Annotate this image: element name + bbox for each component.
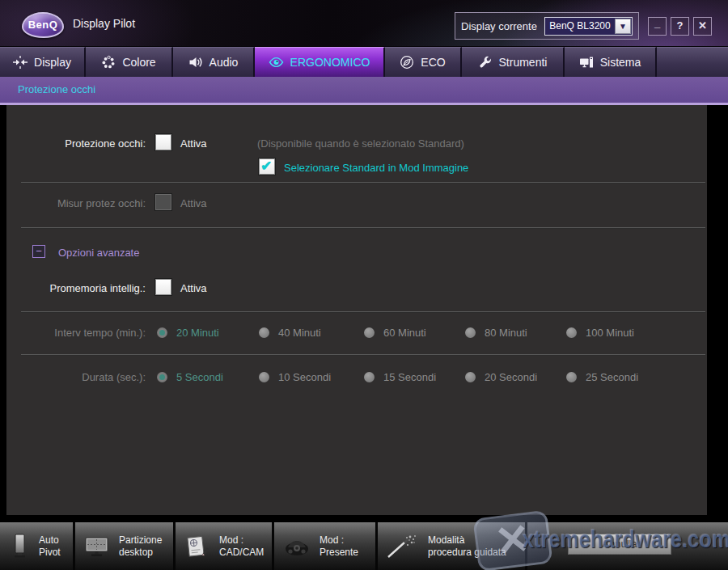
duration-option[interactable]: 5 Secondi <box>176 371 223 383</box>
duration-radio[interactable] <box>465 372 476 382</box>
duration-radio[interactable] <box>364 372 375 382</box>
reminder-checkbox-label: Attiva <box>180 282 207 294</box>
divider <box>21 182 705 184</box>
desktop-partition-button[interactable]: Partizionedesktop <box>75 522 176 570</box>
interval-option[interactable]: 40 Minuti <box>278 327 321 339</box>
tab-label: Strumenti <box>499 56 548 69</box>
tab-label: ERGONOMICO <box>290 56 370 69</box>
cancel-button[interactable]: Annulla <box>568 534 671 555</box>
interval-label: Interv tempo (min.): <box>6 327 146 339</box>
divider <box>21 311 705 313</box>
tab-display[interactable]: Display <box>0 47 86 77</box>
presentation-icon <box>281 532 312 561</box>
compress-arrows-icon <box>13 55 28 70</box>
section-header: Protezione occhi <box>0 77 728 105</box>
benq-logo: BenQ <box>22 12 64 38</box>
reminder-checkbox[interactable] <box>155 279 171 295</box>
app-window: BenQ Display Pilot Display corrente BenQ… <box>0 0 728 570</box>
color-dots-icon <box>101 55 116 70</box>
auto-pivot-icon <box>7 532 32 561</box>
measure-checkbox-label: Attiva <box>180 197 207 209</box>
tab-label: ECO <box>421 56 445 69</box>
presentation-mode-button[interactable]: Mod :Presente <box>274 522 378 570</box>
settings-panel: Protezione occhi: Attiva (Disponibile qu… <box>6 105 707 515</box>
toolbar-actions-area: Annulla <box>527 522 728 570</box>
desktop-partition-icon <box>83 532 112 561</box>
interval-radio[interactable] <box>157 327 167 338</box>
duration-label: Durata (sec.): <box>6 371 146 383</box>
magic-wand-icon <box>385 532 421 561</box>
reminder-label: Promemoria intellig.: <box>6 282 146 294</box>
eye-protection-checkbox-label: Attiva <box>180 137 207 150</box>
interval-option[interactable]: 60 Minuti <box>383 327 426 339</box>
measure-label: Misur protez occhi: <box>6 197 146 209</box>
collapse-toggle-icon[interactable]: − <box>32 245 45 258</box>
help-button[interactable]: ? <box>671 17 689 36</box>
duration-option[interactable]: 10 Secondi <box>278 371 331 383</box>
cad-cam-icon <box>183 532 212 561</box>
eye-protection-checkbox[interactable] <box>155 134 171 150</box>
interval-radio[interactable] <box>566 327 577 338</box>
standard-mode-label: Selezionare Standard in Mod Immagine <box>284 162 468 174</box>
bottom-toolbar: AutoPivot Partizionedesktop Mod :CAD/CAM… <box>0 520 728 570</box>
speaker-icon <box>188 55 203 70</box>
standard-mode-checkbox[interactable]: ✔ <box>259 158 275 175</box>
measure-checkbox <box>155 194 171 210</box>
toolbar-label: Modalitàprocedura guidata <box>428 534 506 559</box>
eye-protection-label: Protezione occhi: <box>6 137 146 150</box>
cad-cam-mode-button[interactable]: Mod :CAD/CAM <box>176 522 274 570</box>
tab-colore[interactable]: Colore <box>86 47 173 77</box>
toolbar-label: AutoPivot <box>39 534 61 559</box>
monitor-select[interactable]: BenQ BL3200 ▼ <box>544 17 633 36</box>
toolbar-label: Mod :Presente <box>320 534 358 559</box>
duration-option[interactable]: 15 Secondi <box>383 371 436 383</box>
duration-option[interactable]: 25 Secondi <box>586 371 638 383</box>
close-button[interactable]: ✕ <box>693 17 712 36</box>
tab-sistema[interactable]: Sistema <box>565 47 657 77</box>
availability-note: (Disponibile quando è selezionato Standa… <box>257 137 464 150</box>
interval-radio[interactable] <box>364 327 375 338</box>
display-current-panel: Display corrente BenQ BL3200 ▼ <box>455 12 639 40</box>
content-area: Protezione occhi: Attiva (Disponibile qu… <box>0 105 728 520</box>
eco-leaf-icon <box>400 55 414 70</box>
tabbar-filler <box>657 47 728 77</box>
tab-strumenti[interactable]: Strumenti <box>462 47 565 77</box>
duration-radio[interactable] <box>259 372 269 382</box>
duration-radio[interactable] <box>157 372 167 382</box>
interval-radio[interactable] <box>465 327 476 338</box>
monitor-select-value: BenQ BL3200 <box>545 20 615 32</box>
divider <box>21 354 705 356</box>
advanced-options-label: Opzioni avanzate <box>58 247 139 259</box>
tab-label: Audio <box>210 56 239 69</box>
check-icon: ✔ <box>260 158 272 175</box>
tab-eco[interactable]: ECO <box>385 47 462 77</box>
wrench-icon <box>478 55 493 70</box>
duration-option[interactable]: 20 Secondi <box>485 371 537 383</box>
display-current-label: Display corrente <box>461 20 537 32</box>
interval-radio[interactable] <box>259 327 269 338</box>
app-title: Display Pilot <box>73 17 135 30</box>
chevron-down-icon[interactable]: ▼ <box>615 19 631 34</box>
interval-option[interactable]: 20 Minuti <box>176 327 219 339</box>
tab-audio[interactable]: Audio <box>173 47 255 77</box>
tab-ergonomico[interactable]: ERGONOMICO <box>255 47 385 77</box>
duration-radio[interactable] <box>566 372 577 382</box>
eye-icon <box>269 55 284 70</box>
computer-icon <box>579 55 594 70</box>
wizard-mode-button[interactable]: Modalitàprocedura guidata <box>378 522 527 570</box>
tab-label: Display <box>34 56 71 69</box>
tab-label: Sistema <box>600 56 641 69</box>
tab-bar: Display Colore Audio ERGONOMICO ECO <box>0 47 728 77</box>
tab-label: Colore <box>122 56 155 69</box>
toolbar-label: Partizionedesktop <box>119 534 162 559</box>
section-title: Protezione occhi <box>18 83 95 95</box>
toolbar-label: Mod :CAD/CAM <box>219 534 264 559</box>
auto-pivot-button[interactable]: AutoPivot <box>0 522 75 570</box>
minimize-button[interactable]: _ <box>648 17 667 36</box>
titlebar: BenQ Display Pilot Display corrente BenQ… <box>0 0 728 47</box>
divider <box>21 227 705 229</box>
interval-option[interactable]: 80 Minuti <box>485 327 527 339</box>
interval-option[interactable]: 100 Minuti <box>586 327 634 339</box>
